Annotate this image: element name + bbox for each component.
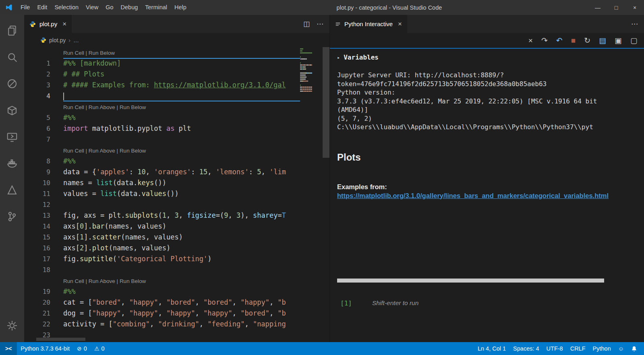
code-line-content[interactable]: data = {'apples': 10, 'oranges': 15, 'le… xyxy=(63,167,300,178)
codelens-run-below[interactable]: Run Below xyxy=(120,104,146,110)
code-line-content[interactable]: #%% [markdown] xyxy=(63,58,300,69)
menu-bar: FileEditSelectionViewGoDebugTerminalHelp xyxy=(17,0,190,15)
code-line-content[interactable] xyxy=(63,199,300,210)
codelens-run-above[interactable]: Run Above xyxy=(89,278,115,284)
line-number: 7 xyxy=(24,134,63,145)
input-prompt-row[interactable]: [1] Shift-enter to run xyxy=(337,299,644,307)
remote-display-icon[interactable] xyxy=(2,124,22,150)
code-line-content[interactable]: fig, axs = plt.subplots(1, 3, figsize=(9… xyxy=(63,210,300,221)
activity-bar xyxy=(0,15,24,342)
search-icon[interactable] xyxy=(2,44,22,70)
split-editor-icon[interactable]: ◫ xyxy=(303,20,310,28)
tab-plot-py[interactable]: plot.py × xyxy=(24,15,72,33)
code-line-content[interactable]: # #### Examples from: https://matplotlib… xyxy=(63,80,300,91)
menu-file[interactable]: File xyxy=(17,0,33,15)
code-line-row: 21dog = ["happy", "happy", "happy", "hap… xyxy=(24,308,300,319)
line-number: 12 xyxy=(24,199,63,210)
code-line-content[interactable] xyxy=(63,134,300,145)
code-line-content[interactable]: axs[1].scatter(names, values) xyxy=(63,232,300,243)
code-line-content[interactable] xyxy=(63,91,300,101)
editor-tab-bar: plot.py × ◫⋯ xyxy=(24,15,329,33)
package-icon[interactable] xyxy=(2,97,22,124)
redo-icon[interactable]: ↷ xyxy=(541,37,548,44)
source-control-icon[interactable] xyxy=(2,203,22,230)
codelens-run-cell[interactable]: Run Cell xyxy=(63,278,84,284)
code-line-content[interactable]: #%% xyxy=(63,156,300,167)
code-line-content[interactable]: #%% xyxy=(63,112,300,123)
settings-gear-icon[interactable] xyxy=(2,312,22,339)
minimap[interactable] xyxy=(300,48,323,95)
menu-go[interactable]: Go xyxy=(102,0,117,15)
menu-help[interactable]: Help xyxy=(171,0,190,15)
interrupt-kernel-icon[interactable]: ■ xyxy=(571,37,576,44)
breadcrumb-item-file[interactable]: plot.py xyxy=(49,37,66,43)
vertical-scrollbar-thumb[interactable] xyxy=(323,47,329,158)
menu-edit[interactable]: Edit xyxy=(33,0,51,15)
menu-view[interactable]: View xyxy=(82,0,102,15)
codelens-run-below[interactable]: Run Below xyxy=(120,278,146,284)
console-line: 3.7.3 (v3.7.3:ef4ec6ed12, Mar 25 2019, 2… xyxy=(337,97,644,106)
undo-icon[interactable]: ↶ xyxy=(556,37,563,44)
cancel-icon[interactable]: × xyxy=(528,37,533,44)
maximize-button[interactable]: □ xyxy=(607,0,625,15)
collapse-input-icon[interactable]: ▢ xyxy=(630,37,638,44)
docker-icon[interactable] xyxy=(2,150,22,177)
panel-tab-bar: Python Interactive × ⋯ xyxy=(330,15,644,33)
line-number: 8 xyxy=(24,156,63,167)
codelens-run-below[interactable]: Run Below xyxy=(120,148,146,154)
codelens-run-cell[interactable]: Run Cell xyxy=(63,104,84,110)
notifications-bell-icon[interactable] xyxy=(627,342,641,355)
codelens-run-cell[interactable]: Run Cell xyxy=(63,148,84,154)
code-line-content[interactable] xyxy=(63,264,300,275)
status-warnings[interactable]: ⚠0 xyxy=(91,342,108,355)
more-actions-icon[interactable]: ⋯ xyxy=(317,20,323,28)
status-errors[interactable]: ⊘0 xyxy=(73,342,91,355)
code-line-content[interactable]: activity = ["combing", "drinking", "feed… xyxy=(63,319,300,330)
status-eol[interactable]: CRLF xyxy=(567,342,589,355)
codelens-run-cell[interactable]: Run Cell xyxy=(63,50,84,56)
code-line-content[interactable] xyxy=(63,330,300,341)
expand-input-icon[interactable]: ▣ xyxy=(615,37,622,44)
azure-icon[interactable] xyxy=(2,177,22,203)
code-line-content[interactable]: dog = ["happy", "happy", "happy", "happy… xyxy=(63,308,300,319)
explorer-icon[interactable] xyxy=(2,17,22,44)
code-line-content[interactable]: cat = ["bored", "happy", "bored", "bored… xyxy=(63,297,300,308)
codelens-run-above[interactable]: Run Above xyxy=(89,104,115,110)
more-actions-icon[interactable]: ⋯ xyxy=(631,20,638,28)
codelens-run-above[interactable]: Run Above xyxy=(89,148,115,154)
menu-terminal[interactable]: Terminal xyxy=(141,0,171,15)
minimize-button[interactable]: — xyxy=(588,0,607,15)
code-line-row: 3# #### Examples from: https://matplotli… xyxy=(24,80,300,91)
code-line-content[interactable]: import matplotlib.pyplot as plt xyxy=(63,123,300,134)
status-encoding[interactable]: UTF-8 xyxy=(543,342,567,355)
breadcrumb-item-more[interactable]: … xyxy=(73,37,79,43)
restart-kernel-icon[interactable]: ↻ xyxy=(584,37,590,44)
status-python-interpreter[interactable]: Python 3.7.3 64-bit xyxy=(17,342,73,355)
horizontal-scrollbar-thumb[interactable] xyxy=(36,338,85,341)
examples-link[interactable]: https://matplotlib.org/3.1.0/gallery/lin… xyxy=(337,192,644,200)
code-line-content[interactable]: #%% xyxy=(63,286,300,297)
close-button[interactable]: × xyxy=(625,0,644,15)
code-line-content[interactable]: axs[0].bar(names, values) xyxy=(63,221,300,232)
status-indentation[interactable]: Spaces: 4 xyxy=(509,342,543,355)
code-line-content[interactable]: names = list(data.keys()) xyxy=(63,178,300,188)
variables-section-header[interactable]: ▸ Variables xyxy=(337,54,644,61)
code-line-content[interactable]: values = list(data.values()) xyxy=(63,188,300,199)
code-line-content[interactable]: # ## Plots xyxy=(63,69,300,80)
status-remote-indicator[interactable]: >< xyxy=(0,342,17,355)
line-number: 2 xyxy=(24,69,63,80)
menu-debug[interactable]: Debug xyxy=(117,0,142,15)
tab-python-interactive[interactable]: Python Interactive × xyxy=(330,15,407,33)
code-line-content[interactable]: fig.suptitle('Categorical Plotting') xyxy=(63,254,300,264)
vscode-logo-icon xyxy=(5,4,13,11)
blocked-circle-icon[interactable] xyxy=(2,70,22,97)
status-cursor-position[interactable]: Ln 4, Col 1 xyxy=(474,342,509,355)
tab-close-icon[interactable]: × xyxy=(62,20,66,28)
status-language-mode[interactable]: Python xyxy=(589,342,615,355)
status-feedback[interactable]: ☺ xyxy=(615,342,627,355)
code-line-content[interactable]: axs[2].plot(names, values) xyxy=(63,243,300,254)
tab-close-icon[interactable]: × xyxy=(398,20,402,28)
export-notebook-icon[interactable]: ▤ xyxy=(599,37,606,44)
menu-selection[interactable]: Selection xyxy=(51,0,82,15)
codelens-run-below[interactable]: Run Below xyxy=(89,50,115,56)
